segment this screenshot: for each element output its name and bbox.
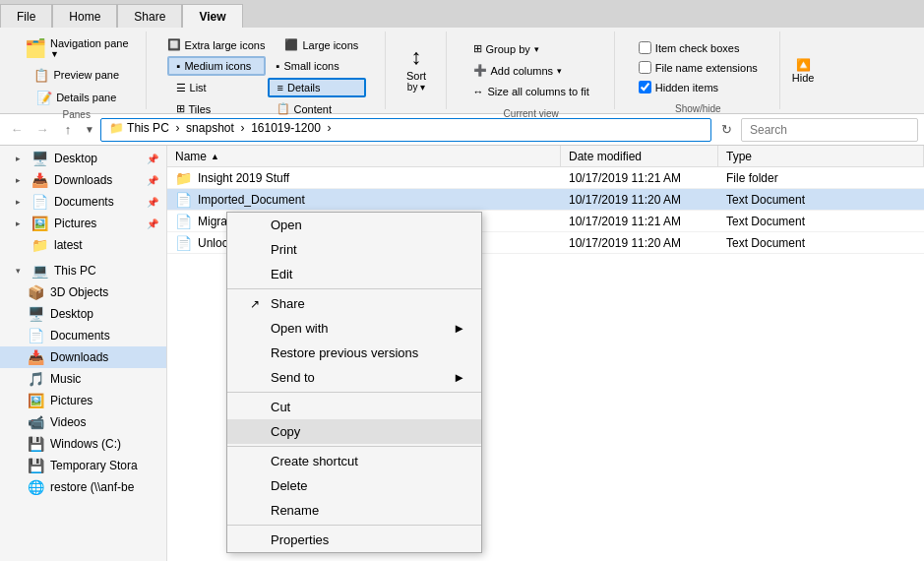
ctx-rename[interactable]: Rename <box>227 498 481 523</box>
medium-icon: ▪️ <box>177 60 181 72</box>
ctx-print[interactable]: Print <box>227 237 481 262</box>
ctx-cut[interactable]: Cut <box>227 395 481 419</box>
ctx-copy[interactable]: Copy <box>227 419 481 444</box>
hide-group: 🔼 Hide <box>782 31 825 109</box>
sidebar-item-latest[interactable]: 📁 latest <box>0 234 166 256</box>
sidebar-item-3dobjects[interactable]: 📦 3D Objects <box>0 281 166 303</box>
expand-icon: ▸ <box>16 197 26 207</box>
list-button[interactable]: ☰ List <box>167 79 266 97</box>
item-check-boxes-toggle[interactable]: Item check boxes <box>635 39 762 56</box>
this-pc-section: ▾ 💻 This PC 📦 3D Objects 🖥️ Desktop 📄 Do… <box>0 258 166 500</box>
hide-ribbon-button[interactable]: 🔼 Hide <box>792 35 815 105</box>
back-button[interactable]: ← <box>6 119 28 141</box>
quick-access-section: ▸ 🖥️ Desktop 📌 ▸ 📥 Downloads 📌 ▸ 📄 Docum… <box>0 146 166 258</box>
hidden-items-toggle[interactable]: Hidden items <box>635 79 762 95</box>
current-view-group: ⊞ Group by ▾ ➕ Add columns ▾ ↔ Size all … <box>449 31 615 109</box>
share-icon: ↗ <box>247 297 263 311</box>
sidebar-item-documents2[interactable]: 📄 Documents <box>0 325 166 346</box>
col-header-date[interactable]: Date modified <box>561 146 718 166</box>
details-button[interactable]: ≡ Details <box>268 78 366 97</box>
sidebar-item-windows-c[interactable]: 💾 Windows (C:) <box>0 433 166 455</box>
sidebar-item-downloads2[interactable]: 📥 Downloads <box>0 346 166 368</box>
details-icon: 📝 <box>36 91 52 105</box>
sidebar-item-documents[interactable]: ▸ 📄 Documents 📌 <box>0 191 166 213</box>
col-header-type[interactable]: Type <box>718 146 924 166</box>
file-row[interactable]: 📄 Imported_Document 10/17/2019 11:20 AM … <box>167 189 924 211</box>
music-icon: 🎵 <box>28 371 44 387</box>
medium-icons-button[interactable]: ▪️ Medium icons <box>167 56 266 76</box>
sidebar-item-temp-storage[interactable]: 💾 Temporary Stora <box>0 455 166 476</box>
extra-large-icons-button[interactable]: 🔲 Extra large icons <box>158 35 275 54</box>
pin-icon: 📌 <box>147 154 158 164</box>
recent-locations-button[interactable]: ▼ <box>83 119 96 141</box>
ctx-edit[interactable]: Edit <box>227 262 481 286</box>
sidebar-item-videos[interactable]: 📹 Videos <box>0 411 166 433</box>
group-by-button[interactable]: ⊞ Group by ▾ <box>466 39 596 58</box>
sidebar-item-desktop[interactable]: ▸ 🖥️ Desktop 📌 <box>0 148 166 169</box>
ctx-delete[interactable]: Delete <box>227 473 481 498</box>
refresh-button[interactable]: ↻ <box>715 119 737 141</box>
text-doc-icon: 📄 <box>175 192 192 208</box>
content-button[interactable]: 📋 Content <box>268 99 366 118</box>
address-path[interactable]: 📁 This PC › snapshot › 161019-1200 › <box>100 118 711 142</box>
forward-button[interactable]: → <box>31 119 53 141</box>
tiles-icon: ⊞ <box>176 102 185 115</box>
address-bar: ← → ↑ ▼ 📁 This PC › snapshot › 161019-12… <box>0 114 924 146</box>
add-columns-icon: ➕ <box>473 64 487 77</box>
expand-icon: ▸ <box>16 218 26 228</box>
col-header-name[interactable]: Name ▲ <box>167 146 561 166</box>
ctx-share[interactable]: ↗ Share <box>227 291 481 316</box>
large-icons-button[interactable]: ⬛ Large icons <box>276 35 374 54</box>
pictures-icon: 🖼️ <box>31 216 48 231</box>
sort-by-button[interactable]: ↕️ Sort by ▾ <box>406 44 426 93</box>
3dobjects-icon: 📦 <box>28 284 44 300</box>
file-extensions-toggle[interactable]: File name extensions <box>635 59 762 76</box>
desktop-icon: 🖥️ <box>31 151 48 166</box>
pin-icon: 📌 <box>147 218 158 229</box>
sidebar-item-music[interactable]: 🎵 Music <box>0 368 166 390</box>
pin-icon: 📌 <box>147 197 158 208</box>
ctx-open[interactable]: Open <box>227 213 481 237</box>
extra-large-icon: 🔲 <box>167 38 181 51</box>
small-icons-button[interactable]: ▪ Small icons <box>268 57 366 75</box>
tab-file[interactable]: File <box>0 4 52 28</box>
tab-home[interactable]: Home <box>52 4 117 28</box>
size-all-columns-button[interactable]: ↔ Size all columns to fit <box>466 83 596 100</box>
search-input[interactable] <box>741 118 918 142</box>
sidebar-item-pictures2[interactable]: 🖼️ Pictures <box>0 390 166 411</box>
tiles-button[interactable]: ⊞ Tiles <box>167 99 266 118</box>
hide-icon: 🔼 <box>796 58 811 72</box>
downloads-icon: 📥 <box>31 172 48 188</box>
sidebar-item-desktop2[interactable]: 🖥️ Desktop <box>0 303 166 325</box>
ctx-send-to[interactable]: Send to ► <box>227 365 481 390</box>
group-by-icon: ⊞ <box>473 42 482 55</box>
sidebar-item-thispc[interactable]: ▾ 💻 This PC <box>0 260 166 281</box>
size-icon: ↔ <box>473 86 484 97</box>
file-row[interactable]: 📁 Insight 2019 Stuff 10/17/2019 11:21 AM… <box>167 167 924 189</box>
tab-view[interactable]: View <box>182 4 242 28</box>
ctx-create-shortcut[interactable]: Create shortcut <box>227 449 481 473</box>
pin-icon: 📌 <box>147 175 158 186</box>
preview-pane-button[interactable]: 📋 Preview pane <box>27 65 126 86</box>
navigation-pane-button[interactable]: 🗂️ Navigation pane ▼ <box>18 33 136 63</box>
sidebar-item-pictures[interactable]: ▸ 🖼️ Pictures 📌 <box>0 213 166 234</box>
ctx-separator <box>227 288 481 289</box>
desktop2-icon: 🖥️ <box>28 306 44 322</box>
ctx-separator <box>227 525 481 526</box>
details-layout-icon: ≡ <box>277 82 283 94</box>
ctx-separator <box>227 392 481 393</box>
layout-group: 🔲 Extra large icons ⬛ Large icons ▪️ Med… <box>149 31 386 109</box>
up-button[interactable]: ↑ <box>57 119 79 141</box>
sidebar-item-downloads[interactable]: ▸ 📥 Downloads 📌 <box>0 169 166 191</box>
ctx-restore-versions[interactable]: Restore previous versions <box>227 341 481 365</box>
pictures2-icon: 🖼️ <box>28 393 44 408</box>
ribbon: 🗂️ Navigation pane ▼ 📋 Preview pane 📝 De… <box>0 28 924 114</box>
small-icon: ▪ <box>277 60 280 72</box>
add-columns-button[interactable]: ➕ Add columns ▾ <box>466 61 596 80</box>
tab-share[interactable]: Share <box>117 4 182 28</box>
pc-icon: 💻 <box>31 263 48 279</box>
sidebar-item-restore[interactable]: 🌐 restore (\\anf-be <box>0 476 166 498</box>
ctx-open-with[interactable]: Open with ► <box>227 316 481 341</box>
ctx-properties[interactable]: Properties <box>227 528 481 552</box>
downloads2-icon: 📥 <box>28 349 44 365</box>
